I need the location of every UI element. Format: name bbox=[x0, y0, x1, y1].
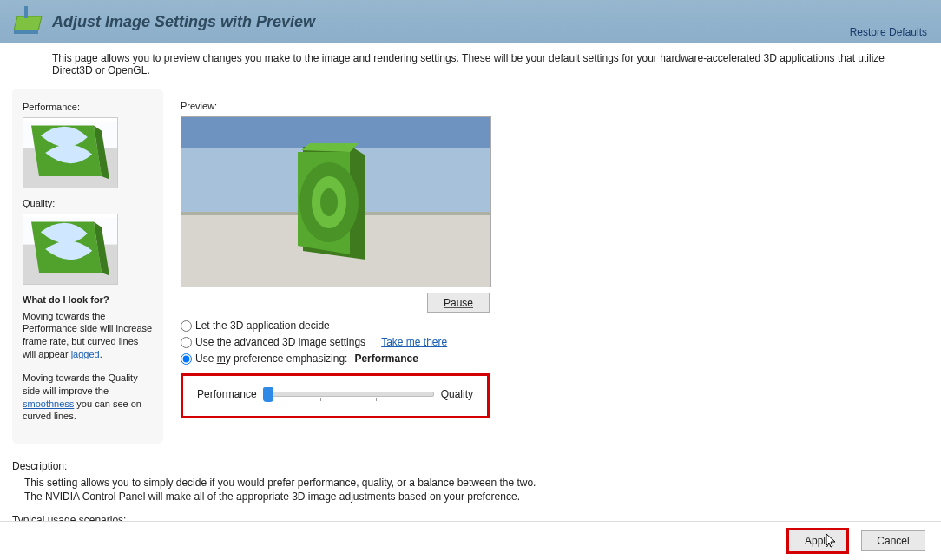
preference-slider-box: Performance Quality bbox=[181, 373, 490, 418]
take-me-there-link[interactable]: Take me there bbox=[381, 334, 447, 351]
slider-thumb[interactable] bbox=[263, 387, 273, 402]
slider-left-label: Performance bbox=[197, 388, 257, 400]
performance-label: Performance: bbox=[23, 101, 153, 114]
description-title: Description: bbox=[12, 460, 929, 472]
radio-let-app-decide[interactable] bbox=[181, 320, 192, 332]
emphasis-value: Performance bbox=[354, 351, 418, 367]
preference-slider[interactable] bbox=[264, 392, 434, 397]
radio-my-preference[interactable] bbox=[181, 353, 192, 365]
header-icon bbox=[9, 4, 43, 39]
radio-let-app-decide-label[interactable]: Let the 3D application decide bbox=[195, 318, 330, 334]
radio-group: Let the 3D application decide Use the ad… bbox=[181, 318, 502, 368]
footer-bar: Apply Cancel bbox=[0, 521, 941, 560]
preview-3d-area bbox=[181, 116, 491, 287]
quality-thumbnail bbox=[23, 214, 118, 285]
radio-advanced-settings-label[interactable]: Use the advanced 3D image settings bbox=[195, 334, 365, 351]
smoothness-link[interactable]: smoothness bbox=[23, 399, 74, 409]
quality-label: Quality: bbox=[23, 197, 153, 210]
sidebar-para-2: Moving towards the Quality side will imp… bbox=[23, 372, 153, 423]
svg-point-9 bbox=[320, 188, 338, 216]
intro-text: This page allows you to preview changes … bbox=[0, 43, 941, 80]
svg-marker-1 bbox=[14, 30, 38, 34]
svg-rect-2 bbox=[24, 6, 28, 18]
preview-label: Preview: bbox=[181, 101, 502, 111]
description-line-1: This setting allows you to simply decide… bbox=[24, 476, 929, 490]
slider-right-label: Quality bbox=[441, 388, 473, 400]
cancel-button[interactable]: Cancel bbox=[861, 530, 925, 551]
header-bar: Adjust Image Settings with Preview Resto… bbox=[0, 0, 941, 43]
sidebar: Performance: Quality: What do I look bbox=[12, 89, 163, 444]
restore-defaults-link[interactable]: Restore Defaults bbox=[850, 26, 927, 38]
radio-my-preference-label[interactable]: Use my preference emphasizing: bbox=[195, 351, 347, 367]
page-title: Adjust Image Settings with Preview bbox=[52, 13, 315, 31]
description-line-2: The NVIDIA Control Panel will make all o… bbox=[24, 490, 929, 504]
main-panel: Preview: Pause Let the 3D application de… bbox=[163, 89, 502, 444]
radio-advanced-settings[interactable] bbox=[181, 337, 192, 348]
pause-button[interactable]: Pause bbox=[427, 293, 490, 313]
apply-button[interactable]: Apply bbox=[786, 528, 849, 554]
performance-thumbnail bbox=[23, 117, 118, 188]
what-do-i-look-for-title: What do I look for? bbox=[23, 293, 153, 306]
jagged-link[interactable]: jagged bbox=[71, 349, 100, 359]
description-section: Description: This setting allows you to … bbox=[12, 460, 929, 526]
sidebar-para-1: Moving towards the Performance side will… bbox=[23, 310, 153, 361]
svg-marker-0 bbox=[14, 16, 42, 30]
